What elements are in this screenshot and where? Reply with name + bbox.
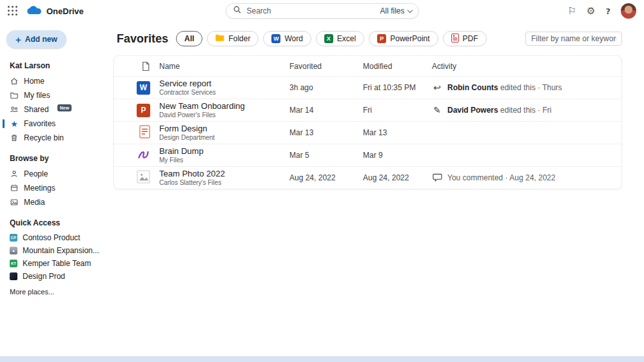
photo-file-icon xyxy=(137,170,150,186)
sidebar-item-label: My files xyxy=(24,91,50,100)
pill-label: Word xyxy=(284,34,302,43)
quick-access-label: Quick Access xyxy=(0,214,113,231)
sidebar-item-people[interactable]: People xyxy=(0,167,113,181)
account-avatar[interactable] xyxy=(621,3,636,19)
quick-access-label-text: Design Prod xyxy=(23,270,65,283)
activity-cell: ✎ David Powers edited this · Fri xyxy=(432,106,621,115)
pill-label: PDF xyxy=(463,34,478,43)
pencil-icon: ✎ xyxy=(432,106,442,115)
calendar-icon xyxy=(10,184,19,193)
filter-pill-all[interactable]: All xyxy=(176,31,202,46)
modified-date: Mar 13 xyxy=(363,128,432,137)
modified-date: Aug 24, 2022 xyxy=(363,173,432,182)
filter-pill-word[interactable]: W Word xyxy=(263,31,311,46)
add-new-button[interactable]: + Add new xyxy=(6,30,66,48)
file-name: Form Design xyxy=(159,124,289,134)
table-row[interactable]: Form Design Design Department Mar 13 Mar… xyxy=(114,121,621,144)
sidebar-nav: Home My files Shared New ★ Favorites xyxy=(0,74,113,145)
table-row[interactable]: Brain Dump My Files Mar 5 Mar 9 xyxy=(114,144,621,166)
comment-bubble-icon xyxy=(432,173,442,183)
sidebar-item-label: Media xyxy=(24,198,45,207)
quick-access-label-text: Mountain Expansion... xyxy=(23,244,99,257)
column-header-favorited[interactable]: Favorited xyxy=(289,62,363,71)
sidebar-item-home[interactable]: Home xyxy=(0,74,113,88)
page-title: Favorites xyxy=(117,32,168,46)
file-location: Design Department xyxy=(159,134,289,141)
sidebar-item-favorites[interactable]: ★ Favorites xyxy=(0,117,113,131)
sidebar-item-recycle-bin[interactable]: Recycle bin xyxy=(0,131,113,145)
quick-access-item-design-prod[interactable]: Design Prod xyxy=(0,270,113,283)
column-header-name[interactable]: Name xyxy=(159,62,289,71)
powerpoint-pill-icon: P xyxy=(377,34,386,43)
search-input[interactable] xyxy=(246,6,380,16)
folder-pill-icon xyxy=(215,34,224,44)
settings-gear-button[interactable]: ⚙ xyxy=(587,6,595,16)
activity-text: You commented · Aug 24, 2022 xyxy=(447,173,556,182)
activity-cell: ↩ Robin Counts edited this · Thurs xyxy=(432,83,621,92)
quick-access-item-contoso[interactable]: CP Contoso Product xyxy=(0,231,113,244)
star-icon: ★ xyxy=(10,120,19,128)
filter-pills: All Folder W Word X Excel P xyxy=(176,31,487,46)
feedback-flag-button[interactable]: ⚐ xyxy=(568,6,576,16)
excel-pill-icon: X xyxy=(324,34,333,43)
top-actions: ⚐ ⚙ ? xyxy=(568,3,636,19)
app-launcher-button[interactable] xyxy=(8,6,18,16)
file-location: My Files xyxy=(159,157,289,164)
search-scope-dropdown[interactable]: All files xyxy=(380,6,411,15)
onedrive-logo[interactable]: OneDrive xyxy=(27,5,84,17)
filter-by-name-input[interactable] xyxy=(525,32,622,46)
folder-icon xyxy=(10,91,19,100)
main-content: Favorites All Folder W Word X Excel xyxy=(113,22,644,356)
column-header-modified[interactable]: Modified xyxy=(363,62,432,71)
favorited-date: 3h ago xyxy=(289,83,363,92)
search-scope-label: All files xyxy=(380,6,404,15)
sidebar-item-label: Home xyxy=(24,77,44,86)
new-badge: New xyxy=(57,104,72,111)
favorited-date: Mar 5 xyxy=(289,151,363,160)
sidebar-item-label: Favorites xyxy=(24,119,55,128)
search-bar[interactable]: All files xyxy=(226,3,419,19)
sidebar-item-my-files[interactable]: My files xyxy=(0,88,113,102)
window-bottom-strip xyxy=(0,356,644,362)
chevron-down-icon xyxy=(407,7,412,12)
pill-label: All xyxy=(184,34,194,43)
filter-pill-pdf[interactable]: PDF xyxy=(443,31,487,46)
mountain-thumbnail-icon: ▲ xyxy=(10,247,17,254)
person-icon xyxy=(10,169,19,178)
quick-access-label-text: Kemper Table Team xyxy=(23,257,91,270)
more-places-link[interactable]: More places... xyxy=(0,283,113,296)
word-file-icon: W xyxy=(137,81,150,95)
image-icon xyxy=(10,198,19,207)
modified-date: Mar 9 xyxy=(363,151,432,160)
modified-date: Fri at 10:35 PM xyxy=(363,83,432,92)
quick-access-item-mountain[interactable]: ▲ Mountain Expansion... xyxy=(0,244,113,257)
activity-person: Robin Counts xyxy=(447,83,498,92)
pdf-pill-icon xyxy=(451,33,459,44)
table-row[interactable]: P New Team Onboarding David Power's File… xyxy=(114,99,621,121)
reply-arrow-icon: ↩ xyxy=(432,83,442,92)
pill-label: PowerPoint xyxy=(390,34,429,43)
filter-pill-powerpoint[interactable]: P PowerPoint xyxy=(369,31,438,46)
file-name: Brain Dump xyxy=(159,147,289,157)
home-icon xyxy=(10,77,19,86)
quick-access-label-text: Contoso Product xyxy=(23,231,80,244)
help-button[interactable]: ? xyxy=(605,7,610,15)
quick-access-item-kemper[interactable]: KT Kemper Table Team xyxy=(0,257,113,270)
filter-pill-folder[interactable]: Folder xyxy=(207,31,259,46)
column-header-activity[interactable]: Activity xyxy=(432,62,621,71)
search-icon xyxy=(233,5,242,17)
file-name: Team Photo 2022 xyxy=(159,169,289,179)
sidebar-item-shared[interactable]: Shared New xyxy=(0,102,113,117)
table-row[interactable]: W Service report Contractor Services 3h … xyxy=(114,76,621,99)
file-location: Carlos Slattery's Files xyxy=(159,179,289,186)
file-name: New Team Onboarding xyxy=(159,102,289,111)
file-type-column-header xyxy=(114,61,159,71)
sidebar-item-media[interactable]: Media xyxy=(0,195,113,209)
filter-pill-excel[interactable]: X Excel xyxy=(316,31,364,46)
trash-icon xyxy=(10,133,19,142)
brand-text: OneDrive xyxy=(46,6,84,16)
table-row[interactable]: Team Photo 2022 Carlos Slattery's Files … xyxy=(114,166,621,189)
plus-icon: + xyxy=(15,34,21,45)
header-row: Favorites All Folder W Word X Excel xyxy=(113,31,622,46)
sidebar-item-meetings[interactable]: Meetings xyxy=(0,181,113,195)
